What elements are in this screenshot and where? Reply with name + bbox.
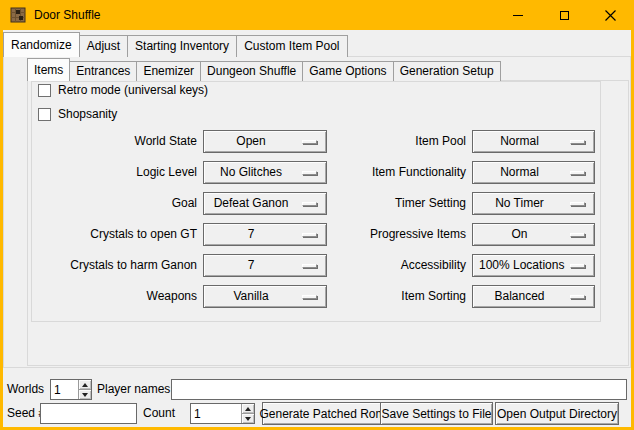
dropdown-indicator-icon: [570, 171, 585, 175]
world-state-dropdown[interactable]: Open: [203, 130, 327, 153]
worlds-spinbox[interactable]: [50, 379, 92, 400]
close-button[interactable]: [587, 0, 634, 30]
spin-down-icon: [245, 417, 251, 421]
dropdown-indicator-icon: [302, 202, 317, 206]
dropdown-indicator-icon: [302, 171, 317, 175]
count-spin-down-button[interactable]: [242, 414, 254, 423]
worlds-spin-up-button[interactable]: [79, 380, 91, 390]
progressive-items-label: Progressive Items: [330, 223, 466, 246]
player-names-label: Player names: [97, 379, 170, 400]
dropdown-indicator-icon: [302, 295, 317, 299]
crystals-harm-ganon-dropdown[interactable]: 7: [203, 254, 327, 277]
tab-generation-setup[interactable]: Generation Setup: [393, 61, 501, 81]
tab-custom-item-pool[interactable]: Custom Item Pool: [236, 35, 347, 57]
item-functionality-label: Item Functionality: [330, 161, 466, 184]
door-icon[interactable]: [10, 7, 26, 23]
accessibility-dropdown[interactable]: 100% Locations: [472, 254, 595, 277]
crystals-open-gt-label: Crystals to open GT: [36, 223, 197, 246]
window-title: Door Shuffle: [34, 0, 101, 30]
close-icon: [605, 10, 616, 21]
count-spin-up-button[interactable]: [242, 404, 254, 414]
goal-label: Goal: [36, 192, 197, 215]
dropdown-indicator-icon: [570, 140, 585, 144]
item-pool-label: Item Pool: [330, 130, 466, 153]
tab-items[interactable]: Items: [27, 58, 70, 81]
progressive-items-dropdown[interactable]: On: [472, 223, 595, 246]
worlds-label: Worlds: [7, 379, 44, 400]
item-functionality-dropdown[interactable]: Normal: [472, 161, 595, 184]
shopsanity-checkbox[interactable]: [38, 108, 51, 121]
tab-game-options[interactable]: Game Options: [302, 61, 393, 81]
maximize-button[interactable]: [541, 0, 587, 30]
weapons-dropdown[interactable]: Vanilla: [203, 285, 327, 308]
open-output-directory-button[interactable]: Open Output Directory: [495, 402, 619, 425]
tab-enemizer[interactable]: Enemizer: [136, 61, 201, 81]
inner-tabbar: Items Entrances Enemizer Dungeon Shuffle…: [27, 58, 500, 81]
minimize-button[interactable]: [495, 0, 541, 30]
generate-patched-rom-button[interactable]: Generate Patched Rom: [262, 402, 383, 425]
item-sorting-label: Item Sorting: [330, 285, 466, 308]
accessibility-label: Accessibility: [330, 254, 466, 277]
worlds-spin-down-button[interactable]: [79, 390, 91, 399]
dropdown-indicator-icon: [302, 264, 317, 268]
title-bar[interactable]: Door Shuffle: [0, 0, 634, 30]
count-label: Count: [143, 403, 175, 424]
logic-level-label: Logic Level: [36, 161, 197, 184]
worlds-input[interactable]: [51, 380, 78, 399]
spin-down-icon: [82, 393, 88, 397]
tab-entrances[interactable]: Entrances: [69, 61, 137, 81]
item-sorting-dropdown[interactable]: Balanced: [472, 285, 595, 308]
shopsanity-label[interactable]: Shopsanity: [58, 106, 117, 122]
crystals-open-gt-dropdown[interactable]: 7: [203, 223, 327, 246]
player-names-input[interactable]: [171, 379, 627, 400]
count-spinbox[interactable]: [190, 403, 255, 424]
minimize-icon: [513, 15, 523, 16]
world-state-label: World State: [36, 130, 197, 153]
dropdown-indicator-icon: [570, 233, 585, 237]
spin-up-icon: [245, 407, 251, 411]
save-settings-button[interactable]: Save Settings to File: [380, 402, 493, 425]
weapons-label: Weapons: [36, 285, 197, 308]
tab-randomize[interactable]: Randomize: [3, 32, 80, 57]
logic-level-dropdown[interactable]: No Glitches: [203, 161, 327, 184]
dropdown-indicator-icon: [302, 140, 317, 144]
tab-adjust[interactable]: Adjust: [79, 35, 128, 57]
spin-up-icon: [82, 383, 88, 387]
tab-starting-inventory[interactable]: Starting Inventory: [127, 35, 237, 57]
timer-setting-dropdown[interactable]: No Timer: [472, 192, 595, 215]
tab-dungeon-shuffle[interactable]: Dungeon Shuffle: [200, 61, 303, 81]
maximize-icon: [560, 11, 569, 20]
retro-mode-checkbox[interactable]: [38, 84, 51, 97]
goal-dropdown[interactable]: Defeat Ganon: [203, 192, 327, 215]
crystals-harm-ganon-label: Crystals to harm Ganon: [36, 254, 197, 277]
dropdown-indicator-icon: [302, 233, 317, 237]
dropdown-indicator-icon: [570, 295, 585, 299]
timer-setting-label: Timer Setting: [330, 192, 466, 215]
item-pool-dropdown[interactable]: Normal: [472, 130, 595, 153]
dropdown-indicator-icon: [570, 202, 585, 206]
retro-mode-label[interactable]: Retro mode (universal keys): [58, 82, 208, 98]
outer-tabbar: Randomize Adjust Starting Inventory Cust…: [3, 32, 347, 57]
count-input[interactable]: [191, 404, 241, 423]
dropdown-indicator-icon: [570, 264, 585, 268]
seed-input[interactable]: [40, 403, 137, 424]
